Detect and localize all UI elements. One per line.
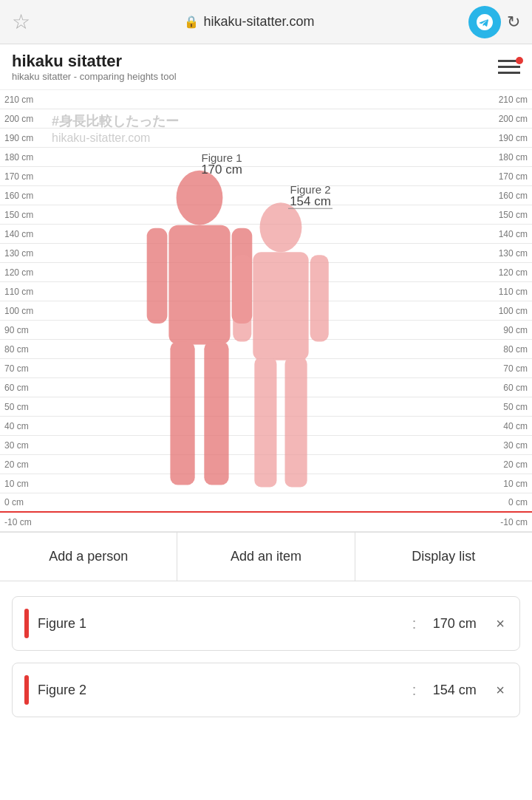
app-title: hikaku sitatter [12,52,177,71]
chart-area: 210 cm210 cm200 cm#身長比較したったー200 cm190 cm… [0,90,532,532]
grid-center-cell [44,167,488,185]
figure-color-indicator [24,609,29,638]
menu-line [498,66,520,68]
add-person-button[interactable]: Add a person [0,533,177,581]
grid-row: 180 cm180 cm [0,148,532,167]
menu-button[interactable] [498,60,520,74]
figure-list-item: Figure 2:154 cm× [12,663,520,717]
grid-center-cell [44,455,488,473]
grid-row: 90 cm90 cm [0,321,532,340]
right-ruler-label: 10 cm [488,474,532,493]
browser-actions: ↻ [468,6,520,38]
menu-line [498,72,520,74]
left-ruler-label: 20 cm [0,455,44,473]
grid-center-cell [44,263,488,281]
left-ruler-label: 180 cm [0,148,44,166]
grid-row: 140 cm140 cm [0,225,532,244]
left-ruler-label: 200 cm [0,109,44,128]
app-title-block: hikaku sitatter hikaku sitatter - compar… [12,52,177,82]
grid-center-cell [44,378,488,397]
app-header: hikaku sitatter hikaku sitatter - compar… [0,44,532,90]
left-ruler-label: 210 cm [0,90,44,109]
grid-center-cell [44,513,488,531]
grid-row: 190 cmhikaku-sitatter.com190 cm [0,129,532,148]
left-ruler-label: 100 cm [0,301,44,320]
display-list-button[interactable]: Display list [355,533,532,581]
right-ruler-label: 160 cm [488,186,532,205]
left-ruler-label: 40 cm [0,417,44,435]
figure-color-indicator [24,675,29,705]
grid-row: 80 cm80 cm [0,340,532,359]
grid-row: 60 cm60 cm [0,378,532,397]
url-bar[interactable]: 🔒 hikaku-sitatter.com [184,14,314,30]
left-ruler-label: -10 cm [0,513,44,531]
left-ruler-label: 70 cm [0,359,44,377]
grid-row: 150 cm150 cm [0,205,532,225]
notification-dot [516,57,523,64]
figure-name: Figure 2 [38,683,403,698]
grid-center-cell: hikaku-sitatter.com [44,129,488,147]
left-ruler-label: 150 cm [0,205,44,224]
grid-center-cell [44,340,488,358]
right-ruler-label: 190 cm [488,129,532,147]
left-ruler-label: 160 cm [0,186,44,205]
right-ruler-label: 110 cm [488,282,532,301]
right-ruler-label: 200 cm [488,109,532,128]
grid-row: 40 cm40 cm [0,417,532,436]
left-ruler-label: 90 cm [0,321,44,339]
grid-center-cell [44,244,488,262]
action-bar: Add a person Add an item Display list [0,532,532,581]
right-ruler-label: 90 cm [488,321,532,339]
remove-figure-button[interactable]: × [493,682,508,699]
grid-center-cell [44,436,488,454]
left-ruler-label: 190 cm [0,129,44,147]
watermark-tag: #身長比較したったー [52,112,179,130]
left-ruler-label: 50 cm [0,397,44,416]
grid-rows: 210 cm210 cm200 cm#身長比較したったー200 cm190 cm… [0,90,532,532]
right-ruler-label: 180 cm [488,148,532,166]
left-ruler-label: 130 cm [0,244,44,262]
lock-icon: 🔒 [184,15,199,29]
right-ruler-label: 130 cm [488,244,532,262]
grid-center-cell [44,225,488,243]
grid-center-cell [44,321,488,339]
right-ruler-label: 70 cm [488,359,532,377]
left-ruler-label: 110 cm [0,282,44,301]
left-ruler-label: 80 cm [0,340,44,358]
right-ruler-label: 170 cm [488,167,532,185]
grid-row: 50 cm50 cm [0,397,532,417]
bookmark-icon[interactable]: ☆ [12,10,30,34]
right-ruler-label: 20 cm [488,455,532,473]
right-ruler-label: 140 cm [488,225,532,243]
figure-list-item: Figure 1:170 cm× [12,596,520,651]
grid-row: 10 cm10 cm [0,474,532,493]
left-ruler-label: 120 cm [0,263,44,281]
right-ruler-label: 40 cm [488,417,532,435]
grid-row: 30 cm30 cm [0,436,532,455]
left-ruler-label: 10 cm [0,474,44,493]
grid-row: 20 cm20 cm [0,455,532,474]
right-ruler-label: 50 cm [488,397,532,416]
grid-row: 70 cm70 cm [0,359,532,378]
refresh-icon[interactable]: ↻ [507,13,520,32]
remove-figure-button[interactable]: × [493,615,508,632]
grid-center-cell [44,301,488,320]
telegram-button[interactable] [468,6,501,38]
grid-row: 110 cm110 cm [0,282,532,301]
right-ruler-label: 100 cm [488,301,532,320]
right-ruler-label: 0 cm [488,493,532,511]
right-ruler-label: 60 cm [488,378,532,397]
grid-center-cell [44,205,488,224]
left-ruler-label: 140 cm [0,225,44,243]
grid-row: 0 cm0 cm [0,493,532,513]
grid-row: 130 cm130 cm [0,244,532,263]
app-subtitle: hikaku sitatter - comparing heights tool [12,71,177,82]
grid-row: 160 cm160 cm [0,186,532,205]
figure-height: 170 cm [425,616,484,632]
grid-center-cell [44,186,488,205]
left-ruler-label: 170 cm [0,167,44,185]
grid-center-cell [44,90,488,109]
figure-separator: : [412,682,417,699]
add-item-button[interactable]: Add an item [177,533,355,581]
left-ruler-label: 0 cm [0,493,44,511]
